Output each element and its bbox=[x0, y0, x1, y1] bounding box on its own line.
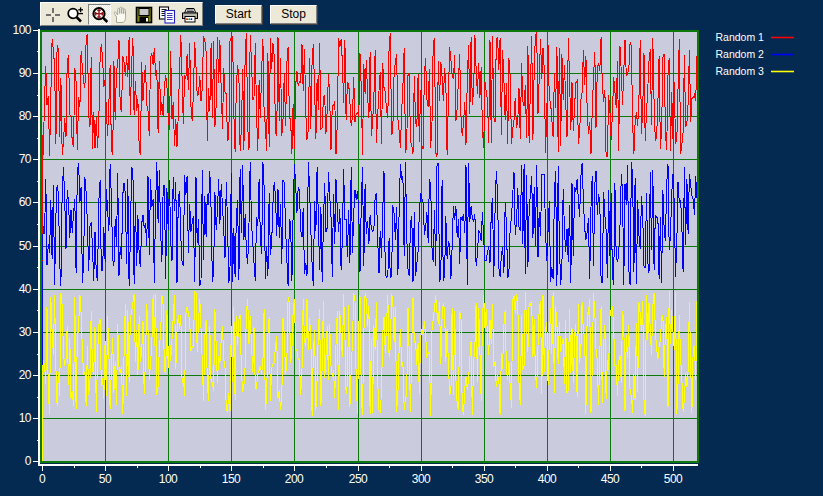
svg-text:450: 450 bbox=[601, 472, 620, 486]
svg-text:40: 40 bbox=[19, 282, 32, 296]
svg-text:0: 0 bbox=[25, 454, 32, 468]
svg-text:100: 100 bbox=[12, 23, 31, 37]
svg-text:300: 300 bbox=[412, 472, 431, 486]
svg-text:30: 30 bbox=[19, 325, 32, 339]
svg-text:200: 200 bbox=[285, 472, 304, 486]
svg-text:150: 150 bbox=[222, 472, 241, 486]
svg-text:20: 20 bbox=[19, 368, 32, 382]
svg-text:Random 3: Random 3 bbox=[716, 65, 765, 77]
svg-text:50: 50 bbox=[99, 472, 112, 486]
svg-text:90: 90 bbox=[19, 66, 32, 80]
svg-text:350: 350 bbox=[475, 472, 494, 486]
svg-text:70: 70 bbox=[19, 152, 32, 166]
svg-text:400: 400 bbox=[538, 472, 557, 486]
svg-text:100: 100 bbox=[159, 472, 178, 486]
svg-text:80: 80 bbox=[19, 109, 32, 123]
svg-text:Random 2: Random 2 bbox=[716, 48, 765, 60]
svg-text:50: 50 bbox=[19, 239, 32, 253]
svg-text:10: 10 bbox=[19, 411, 32, 425]
svg-text:250: 250 bbox=[349, 472, 368, 486]
svg-text:Random 1: Random 1 bbox=[716, 31, 765, 43]
svg-text:60: 60 bbox=[19, 195, 32, 209]
svg-text:0: 0 bbox=[39, 472, 46, 486]
svg-text:500: 500 bbox=[664, 472, 683, 486]
